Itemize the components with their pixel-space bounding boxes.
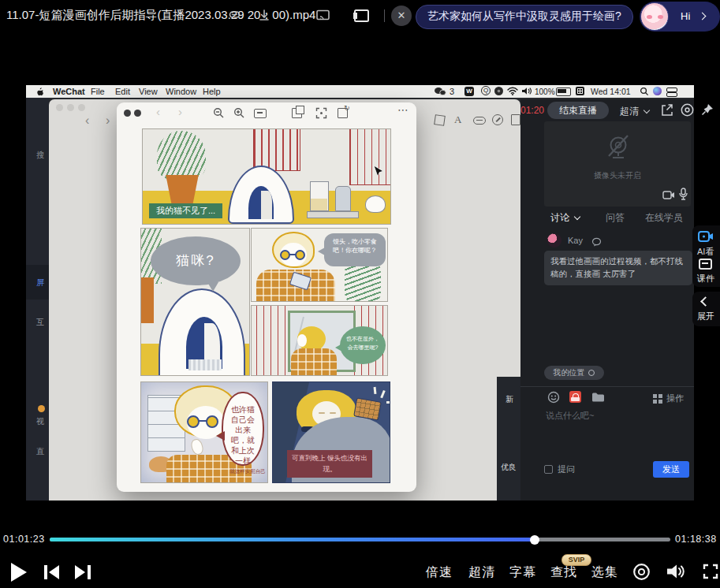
screen-record-icon[interactable] [632, 563, 651, 584]
fit-width-icon[interactable] [254, 109, 267, 118]
rotate-page-icon[interactable]: ↻ [338, 108, 348, 118]
progress-thumb[interactable] [530, 535, 539, 545]
link-tool-icon[interactable] [473, 117, 486, 125]
download-icon[interactable] [257, 8, 271, 25]
chat-input[interactable] [544, 408, 694, 457]
comic-minimize-icon[interactable] [134, 110, 141, 117]
video-frame[interactable]: WeChat File Edit View Window Help 3 W Q [0, 85, 720, 501]
menu-file[interactable]: File [91, 87, 105, 96]
question-banner-button[interactable]: 艺术家如何从写作中汲取灵感用于绘画? [416, 5, 633, 29]
w-app-icon[interactable]: W [464, 87, 474, 96]
send-button[interactable]: 发送 [653, 461, 689, 478]
menu-window[interactable]: Window [166, 87, 196, 96]
comic-panel-1: 我的猫不见了... [142, 128, 391, 225]
spotlight-search-icon[interactable] [640, 87, 649, 98]
browser-status-icon[interactable] [494, 87, 503, 95]
actions-grid-icon[interactable] [653, 393, 662, 407]
chat-bubble-icon[interactable] [591, 236, 602, 250]
comic-forward-icon[interactable]: › [178, 105, 182, 118]
apple-logo-icon[interactable] [35, 87, 44, 98]
camera-toggle-icon[interactable] [662, 189, 675, 203]
doc-tool-icon[interactable] [511, 114, 520, 125]
ask-checkbox[interactable] [544, 465, 553, 474]
stream-quality-selector[interactable]: 超清 [620, 105, 649, 118]
chat-avatar[interactable] [547, 233, 561, 247]
record-icon[interactable] [680, 102, 695, 121]
cube-tool-icon[interactable] [434, 114, 446, 126]
emoji-icon[interactable] [547, 391, 560, 407]
close-icon[interactable]: ✕ [391, 6, 412, 26]
traffic-light-zoom[interactable] [78, 104, 85, 111]
wifi-icon[interactable] [507, 87, 518, 97]
episodes-button[interactable]: 选集 [591, 564, 618, 581]
traffic-light-close[interactable] [56, 104, 63, 111]
pin-icon[interactable] [700, 102, 714, 120]
menubar-app-name[interactable]: WeChat [53, 87, 85, 96]
comic-viewer-window: ‹ › ↻ ⋯ [117, 102, 416, 492]
nav-forward-icon[interactable]: › [106, 114, 110, 128]
sidebar-fragment-video[interactable]: 视 [36, 416, 44, 427]
subtitles-button[interactable]: 字幕 [509, 564, 536, 581]
comic-close-icon[interactable] [124, 110, 131, 117]
my-position-button[interactable]: 我的位置 [544, 366, 604, 380]
menu-view[interactable]: View [139, 87, 158, 96]
link-icon[interactable] [227, 8, 241, 25]
more-options-icon[interactable]: ⋯ [397, 103, 409, 116]
courseware-icon[interactable] [699, 259, 712, 270]
zoom-in-icon[interactable] [233, 107, 245, 122]
share-icon[interactable] [659, 102, 674, 121]
assistant-pill[interactable]: Hi [640, 2, 720, 32]
sidebar-fragment-interact[interactable]: 互 [36, 317, 44, 328]
tab-qa[interactable]: 问答 [606, 211, 625, 225]
tab-online-students[interactable]: 在线学员 [645, 211, 683, 225]
traffic-light-minimize[interactable] [67, 104, 74, 111]
siri-icon[interactable] [653, 87, 662, 95]
folder-icon[interactable] [591, 392, 605, 406]
q-app-icon[interactable]: Q [481, 86, 491, 95]
sidebar-fragment-search[interactable]: 搜 [36, 150, 44, 161]
comic-panel-5: 也许猫自己会出来吧，就和上次一样 就这样安慰自己 [140, 381, 268, 483]
ai-watch-icon[interactable] [698, 230, 714, 244]
progress-bar[interactable] [50, 538, 670, 541]
quality-button[interactable]: 超清 [468, 564, 495, 581]
volume-status-icon[interactable] [521, 87, 532, 97]
expand-chevron-icon[interactable] [700, 296, 711, 307]
zoom-out-icon[interactable] [213, 107, 225, 122]
control-center-icon[interactable] [666, 87, 676, 95]
pages-layout-icon[interactable] [292, 108, 302, 118]
picture-in-picture-icon[interactable] [353, 9, 370, 26]
keyboard-layout-icon[interactable] [576, 87, 584, 95]
cast-icon[interactable] [315, 8, 330, 25]
ai-watch-label[interactable]: AI看 [697, 246, 714, 258]
tab-discussion[interactable]: 讨论 [550, 211, 580, 225]
previous-episode-button[interactable] [44, 565, 62, 579]
mic-toggle-icon[interactable] [678, 188, 688, 203]
compass-tool-icon[interactable] [492, 114, 503, 125]
speed-button[interactable]: 倍速 [426, 564, 453, 581]
play-button[interactable] [11, 563, 27, 582]
plant-leaves [157, 131, 206, 180]
actions-label[interactable]: 操作 [666, 393, 684, 404]
video-player-app: 11.07-短篇漫画创作后期指导(直播2023.03.29 20：00).mp4… [0, 0, 720, 588]
sidebar-fragment-screen[interactable]: 屏 [36, 277, 44, 288]
end-live-button[interactable]: 结束直播 [547, 102, 609, 119]
wechat-status-icon[interactable] [434, 87, 446, 98]
expand-label[interactable]: 展开 [697, 311, 714, 322]
ask-checkbox-label[interactable]: 提问 [558, 463, 575, 475]
fullscreen-icon[interactable] [703, 564, 718, 582]
notification-spark-3 [386, 401, 390, 404]
courseware-label[interactable]: 课件 [697, 273, 714, 285]
comic-back-icon[interactable]: ‹ [156, 105, 160, 118]
next-episode-button[interactable] [75, 565, 92, 579]
fonts-tool-icon[interactable]: A [454, 114, 461, 126]
menubar-clock[interactable]: Wed 14:01 [591, 87, 631, 96]
menu-edit[interactable]: Edit [115, 87, 130, 96]
discussion-caret-icon [574, 214, 580, 220]
sidebar-fragment-live[interactable]: 直 [36, 446, 44, 457]
fullscreen-view-icon[interactable] [315, 107, 327, 122]
search-in-video-button[interactable]: 查找 [550, 564, 577, 581]
gift-bag-icon[interactable] [569, 391, 581, 403]
volume-icon[interactable] [666, 563, 685, 583]
menu-help[interactable]: Help [203, 87, 221, 96]
nav-back-icon[interactable]: ‹ [85, 114, 89, 128]
